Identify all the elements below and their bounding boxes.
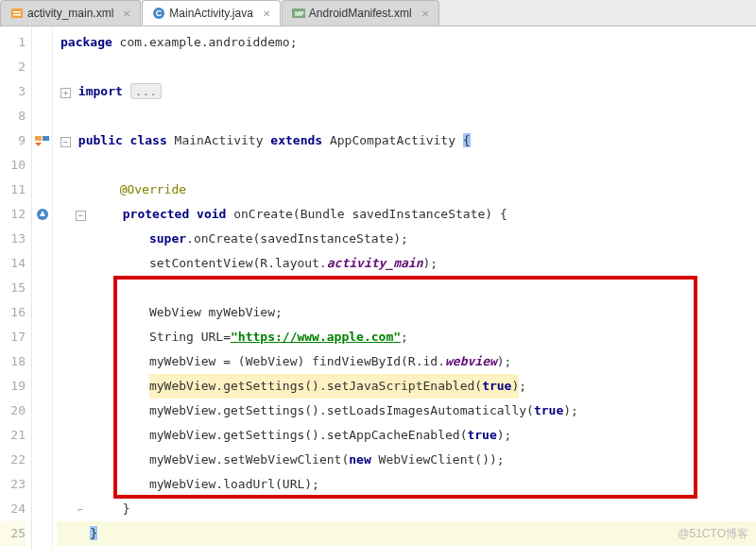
code-line[interactable]: myWebView.getSettings().setJavaScriptEna…: [57, 374, 756, 399]
code-area[interactable]: package com.example.androiddemo; + impor…: [53, 26, 756, 550]
code-line[interactable]: myWebView.getSettings().setAppCacheEnabl…: [57, 423, 756, 448]
tab-main-activity-java[interactable]: C MainActivity.java ✕: [142, 0, 280, 25]
code-line[interactable]: myWebView.loadUrl(URL);: [57, 472, 756, 497]
line-number: 22: [0, 448, 26, 472]
fold-collapse-icon[interactable]: −: [76, 211, 86, 221]
tab-activity-main-xml[interactable]: activity_main.xml ✕: [0, 0, 141, 25]
gutter-markers: [32, 26, 53, 550]
svg-rect-7: [35, 136, 42, 141]
line-number: 11: [0, 178, 26, 202]
line-number: 1: [0, 30, 26, 55]
code-line[interactable]: myWebView.getSettings().setLoadsImagesAu…: [57, 399, 756, 423]
editor-tabs: activity_main.xml ✕ C MainActivity.java …: [0, 0, 756, 26]
class-marker-icon: [32, 128, 52, 153]
code-line[interactable]: @Override: [57, 178, 756, 202]
override-marker-icon: [32, 202, 52, 227]
line-number: 20: [0, 399, 26, 423]
tab-android-manifest-xml[interactable]: MF AndroidManifest.xml ✕: [282, 0, 439, 25]
code-line[interactable]: [57, 153, 756, 178]
svg-rect-8: [43, 136, 49, 141]
fold-expand-icon[interactable]: +: [60, 88, 71, 98]
code-line[interactable]: package com.example.androiddemo;: [57, 30, 756, 55]
line-number: 15: [0, 276, 26, 300]
svg-text:C: C: [156, 8, 163, 18]
line-number: 14: [0, 251, 26, 276]
manifest-file-icon: MF: [292, 7, 305, 20]
close-icon[interactable]: ✕: [123, 8, 130, 19]
line-number: 25: [0, 521, 26, 546]
code-line[interactable]: }: [57, 521, 756, 546]
line-number: 12: [0, 202, 26, 227]
svg-rect-1: [13, 11, 21, 13]
code-line[interactable]: [57, 55, 756, 79]
line-number: 24: [0, 497, 26, 521]
fold-end-icon[interactable]: ⌐: [76, 506, 86, 517]
line-number: 3: [0, 79, 26, 104]
code-line[interactable]: [57, 104, 756, 128]
line-number: 19: [0, 374, 26, 399]
line-number: 23: [0, 472, 26, 497]
line-number: 2: [0, 55, 26, 79]
fold-collapse-icon[interactable]: −: [60, 137, 71, 147]
code-line[interactable]: ⌐ }: [57, 497, 756, 521]
close-icon[interactable]: ✕: [263, 8, 270, 19]
code-line[interactable]: myWebView.setWebViewClient(new WebViewCl…: [57, 448, 756, 472]
tab-label: activity_main.xml: [27, 7, 113, 20]
tab-label: AndroidManifest.xml: [309, 7, 412, 20]
line-number-gutter: 1 2 3 8 9 10 11 12 13 14 15 16 17 18 19 …: [0, 26, 32, 550]
close-icon[interactable]: ✕: [421, 8, 429, 19]
line-number: 17: [0, 325, 26, 349]
svg-rect-0: [11, 8, 23, 18]
line-number: 10: [0, 153, 26, 178]
line-number: 9: [0, 128, 26, 153]
code-line[interactable]: super.onCreate(savedInstanceState);: [57, 227, 756, 251]
line-number: 13: [0, 227, 26, 251]
code-line[interactable]: − protected void onCreate(Bundle savedIn…: [57, 202, 756, 227]
code-line[interactable]: myWebView = (WebView) findViewById(R.id.…: [57, 349, 756, 374]
tab-label: MainActivity.java: [169, 7, 252, 20]
code-line[interactable]: + import ...: [57, 79, 756, 104]
code-line[interactable]: setContentView(R.layout.activity_main);: [57, 251, 756, 276]
line-number: 18: [0, 349, 26, 374]
code-line[interactable]: [57, 276, 756, 300]
code-line[interactable]: WebView myWebView;: [57, 300, 756, 325]
java-class-icon: C: [152, 7, 165, 20]
line-number: 16: [0, 300, 26, 325]
code-editor[interactable]: 1 2 3 8 9 10 11 12 13 14 15 16 17 18 19 …: [0, 26, 756, 550]
svg-text:MF: MF: [295, 10, 305, 17]
line-number: 8: [0, 104, 26, 128]
line-number: 21: [0, 423, 26, 448]
code-line[interactable]: − public class MainActivity extends AppC…: [57, 128, 756, 153]
svg-marker-9: [35, 143, 42, 146]
svg-rect-2: [13, 14, 21, 16]
xml-file-icon: [10, 7, 24, 20]
code-line[interactable]: String URL="https://www.apple.com";: [57, 325, 756, 349]
